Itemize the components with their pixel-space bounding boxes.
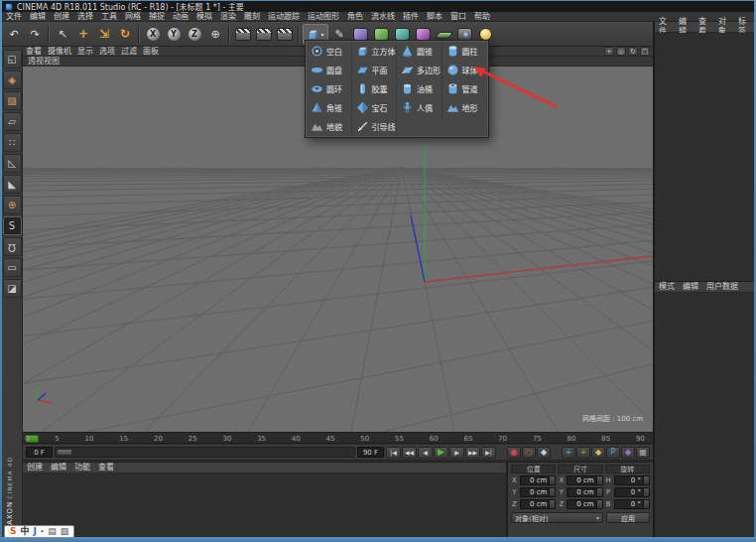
primitive-item-capsule[interactable]: 胶囊	[352, 79, 398, 98]
menu-item-5[interactable]: 网格	[121, 12, 145, 22]
transport-next-key[interactable]: ▶▶	[465, 447, 480, 459]
coord-header-rotation[interactable]: 旋转	[605, 465, 650, 474]
viewport-nav-rotate[interactable]: ↻	[628, 47, 638, 56]
coordinate-system-button[interactable]: ⊕	[205, 24, 225, 45]
menu-item-8[interactable]: 模拟	[192, 12, 216, 22]
primitive-item-guide[interactable]: 引导线	[352, 117, 398, 136]
viewport-menu-5[interactable]: 面板	[140, 47, 162, 57]
redo-button[interactable]: ↷	[25, 24, 45, 45]
ime-mode[interactable]: J	[34, 527, 37, 536]
position-z-field[interactable]: 0 cm	[520, 499, 556, 509]
transport-goto-end[interactable]: ▶|	[481, 447, 496, 459]
material-list-area[interactable]	[23, 474, 506, 537]
size-x-field[interactable]: 0 cm	[567, 475, 602, 485]
tool-texture-mode[interactable]: ▨	[3, 91, 22, 110]
menu-item-11[interactable]: 运动跟踪	[264, 12, 304, 22]
undo-button[interactable]: ↶	[4, 24, 24, 45]
position-x-field[interactable]: 0 cm	[520, 475, 556, 485]
lock-y-axis-button[interactable]: Y	[164, 24, 184, 45]
button-keyframe-selection[interactable]: ◆	[537, 447, 551, 459]
viewport-menu-2[interactable]: 显示	[74, 47, 96, 57]
lock-z-axis-button[interactable]: Z	[185, 24, 204, 45]
rotation-b-field[interactable]: 0 °	[614, 499, 650, 509]
attribute-menu-0[interactable]: 模式	[655, 282, 679, 292]
primitive-item-sphere[interactable]: 球体	[442, 61, 488, 79]
menu-item-6[interactable]: 捕捉	[145, 12, 169, 22]
menu-item-14[interactable]: 流水线	[367, 12, 399, 22]
material-menu-1[interactable]: 编辑	[47, 463, 70, 473]
viewport-nav-zoom[interactable]: ◎	[616, 47, 626, 56]
primitive-item-figure[interactable]: 人偶	[397, 98, 442, 117]
toggle-record-pla[interactable]: ◆	[621, 447, 635, 459]
primitive-item-oiltank[interactable]: 油桶	[397, 79, 442, 98]
menu-item-0[interactable]: 文件	[2, 12, 26, 22]
transport-play[interactable]: ▶	[434, 447, 448, 459]
tool-workplane-mode[interactable]: ▱	[3, 112, 22, 131]
viewport-nav-pan[interactable]: +	[604, 47, 614, 56]
primitive-item-disc[interactable]: 圆盘	[307, 61, 352, 79]
primitive-item-pyramid[interactable]: 角锥	[307, 98, 352, 117]
move-tool-button[interactable]: +	[73, 24, 93, 45]
transport-next-frame[interactable]: ▶	[449, 447, 464, 459]
render-settings-button[interactable]	[275, 24, 295, 45]
toggle-record-position[interactable]: +	[562, 447, 575, 459]
attribute-menu-1[interactable]: 编辑	[679, 282, 702, 292]
current-frame-field[interactable]: 0 F	[26, 447, 53, 458]
ime-lang[interactable]: 中	[20, 527, 29, 536]
material-menu-0[interactable]: 创建	[23, 463, 47, 473]
render-picture-viewer-button[interactable]	[254, 24, 274, 45]
viewport-menu-0[interactable]: 查看	[23, 47, 45, 57]
tool-enable-axis[interactable]: ⊕	[3, 196, 22, 214]
primitive-item-platonic[interactable]: 宝石	[352, 98, 398, 117]
primitive-item-cylinder[interactable]: 圆柱	[442, 42, 488, 61]
button-autokeying[interactable]: ○	[522, 447, 536, 459]
primitive-item-plane[interactable]: 平面	[352, 61, 398, 79]
apply-button[interactable]: 应用	[606, 512, 650, 523]
button-record-keyframe[interactable]: ●	[507, 447, 521, 459]
transport-prev-key[interactable]: ◀◀	[402, 447, 417, 459]
menu-item-18[interactable]: 帮助	[470, 12, 494, 22]
position-y-field[interactable]: 0 cm	[520, 487, 556, 497]
menu-item-3[interactable]: 选择	[73, 12, 97, 22]
end-frame-field[interactable]: 90 F	[357, 447, 384, 458]
transport-prev-frame[interactable]: ◀	[418, 447, 433, 459]
transport-goto-start[interactable]: |◀	[386, 447, 401, 459]
primitive-item-null[interactable]: 空白	[307, 42, 352, 61]
rotation-h-field[interactable]: 0 °	[614, 475, 650, 485]
toggle-timeline-options[interactable]: ▦	[636, 447, 650, 459]
primitive-item-landscape[interactable]: 地形	[442, 98, 488, 117]
size-y-field[interactable]: 0 cm	[567, 487, 602, 497]
tool-edges-mode[interactable]: ◺	[3, 154, 22, 173]
viewport-menu-4[interactable]: 过滤	[118, 47, 140, 57]
menu-item-10[interactable]: 雕刻	[240, 12, 264, 22]
viewport-menu-3[interactable]: 选项	[96, 47, 118, 57]
ime-toolbox[interactable]: ▨	[61, 527, 69, 536]
primitive-item-torus[interactable]: 圆环	[307, 79, 352, 98]
menu-item-9[interactable]: 渲染	[216, 12, 240, 22]
ime-logo[interactable]: S	[10, 527, 16, 536]
tool-make-editable[interactable]: ◱	[3, 50, 22, 68]
menu-item-16[interactable]: 脚本	[423, 12, 446, 22]
menu-item-15[interactable]: 插件	[399, 12, 423, 22]
tool-polygons-mode[interactable]: ◣	[3, 175, 22, 194]
timeline-slider-handle[interactable]	[57, 449, 72, 456]
menu-item-7[interactable]: 动画	[169, 12, 192, 22]
menu-item-1[interactable]: 编辑	[26, 12, 50, 22]
timeline-ruler[interactable]: 051015202530354045505560657075808590	[23, 432, 653, 444]
scale-tool-button[interactable]: ⇲	[94, 24, 114, 45]
coord-header-position[interactable]: 位置	[511, 465, 556, 474]
timeline-slider[interactable]	[55, 447, 355, 458]
tool-model-mode[interactable]: ◈	[3, 70, 22, 89]
render-view-button[interactable]	[233, 24, 253, 45]
primitive-item-cone[interactable]: 圆锥	[397, 42, 442, 61]
object-list-area[interactable]	[655, 33, 754, 281]
viewport-nav-maximize[interactable]: ▢	[640, 47, 650, 56]
toggle-record-parameter[interactable]: P	[606, 447, 620, 459]
primitive-item-relief[interactable]: 地貌	[307, 117, 352, 136]
toggle-record-scale[interactable]: +	[576, 447, 590, 459]
material-menu-3[interactable]: 查看	[94, 463, 118, 473]
menu-item-4[interactable]: 工具	[97, 12, 121, 22]
menu-item-17[interactable]: 窗口	[446, 12, 470, 22]
rotation-p-field[interactable]: 0 °	[614, 487, 650, 497]
tool-points-mode[interactable]: ∷	[3, 133, 22, 152]
